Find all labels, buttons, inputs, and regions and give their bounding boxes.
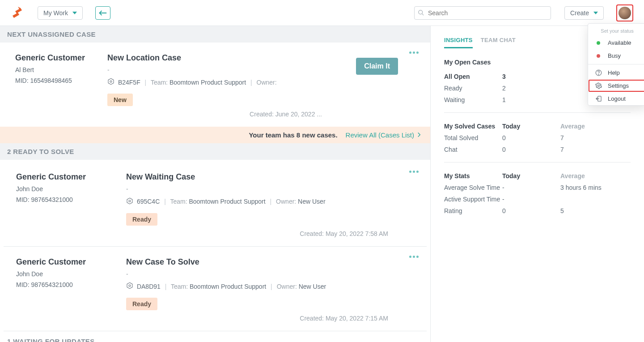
stat-value: 3 [502, 73, 529, 80]
svg-point-8 [129, 285, 131, 286]
status-badge: New [107, 94, 133, 106]
case-subtitle: - [126, 185, 415, 192]
status-badge: Ready [126, 213, 157, 226]
more-actions-button[interactable] [409, 51, 419, 54]
new-cases-alert: Your team has 8 new cases. Review All (C… [0, 127, 430, 143]
svg-marker-5 [127, 198, 132, 204]
section-header-waiting: 1 Waiting For Updates [0, 331, 430, 342]
create-label: Create [570, 9, 589, 17]
stat-value: 7 [560, 146, 619, 153]
my-stats-section: My Stats Today Average Average Solve Tim… [444, 162, 631, 223]
stat-value: 3 hours 6 mins [560, 184, 619, 191]
col-average: Average [560, 172, 619, 180]
team-label: Team: [170, 198, 187, 205]
stat-value: 2 [502, 85, 529, 92]
user-menu-header: Set your status [588, 24, 644, 36]
team-name: Boomtown Product Support [190, 283, 266, 290]
case-card-ready: Generic Customer John Doe MID: 987654321… [0, 247, 430, 331]
tab-team-chat[interactable]: TEAM CHAT [481, 37, 516, 48]
svg-point-4 [110, 81, 112, 82]
case-card-ready: Generic Customer John Doe MID: 987654321… [0, 162, 430, 246]
stat-label: Ready [444, 85, 502, 92]
stat-label: Rating [444, 207, 502, 214]
customer-mid: MID: 165498498465 [15, 77, 103, 84]
menu-help[interactable]: Help [588, 66, 644, 79]
case-meta: DA8D91 | Team: Boomtown Product Support … [126, 281, 415, 292]
stat-value: 5 [560, 207, 619, 214]
avatar [619, 7, 631, 19]
logout-icon [594, 95, 602, 102]
create-dropdown[interactable]: Create [564, 6, 604, 20]
owner-name: New User [299, 283, 326, 290]
hex-icon [126, 282, 133, 292]
main-column: Next Unassigned Case Claim It Generic Cu… [0, 26, 430, 342]
more-actions-button[interactable] [409, 256, 419, 258]
help-icon [594, 69, 602, 76]
stat-label: Chat [444, 146, 502, 153]
created-date: Created: May 20, 2022 7:58 AM [126, 230, 415, 237]
status-dot-icon [594, 41, 602, 45]
customer-name: Generic Customer [15, 53, 103, 63]
hex-icon [107, 77, 114, 88]
status-available[interactable]: Available [588, 36, 644, 49]
tab-insights[interactable]: INSIGHTS [444, 37, 473, 48]
status-badge: Ready [126, 298, 157, 310]
side-panel: INSIGHTS TEAM CHAT My Open Cases All Ope… [430, 26, 644, 342]
search-input[interactable] [414, 6, 551, 20]
more-actions-button[interactable] [409, 171, 419, 173]
stat-value: 7 [560, 134, 619, 141]
case-ref: B24F5F [118, 79, 140, 86]
search-icon [418, 9, 424, 18]
svg-line-2 [422, 13, 424, 15]
user-menu: Set your status Available Busy Help Sett… [588, 23, 644, 106]
chevron-down-icon [72, 12, 77, 14]
case-ref: 695C4C [137, 198, 160, 205]
section-header-ready: 2 Ready To Solve [0, 143, 430, 160]
menu-logout[interactable]: Logout [588, 92, 644, 105]
status-busy[interactable]: Busy [588, 49, 644, 62]
case-meta: B24F5F | Team: Boomtown Product Support … [107, 77, 322, 88]
stat-value: - [502, 196, 560, 203]
section-header-unassigned: Next Unassigned Case [0, 26, 430, 43]
customer-contact: Al Bert [15, 66, 103, 73]
search-field [414, 6, 551, 20]
customer-name: Generic Customer [16, 257, 122, 267]
team-label: Team: [151, 79, 168, 86]
stat-value: - [502, 184, 560, 191]
stat-value: 0 [502, 146, 560, 153]
user-avatar-button[interactable] [616, 4, 633, 21]
menu-settings[interactable]: Settings [588, 79, 644, 92]
chevron-right-icon [417, 131, 421, 139]
svg-point-11 [597, 85, 599, 87]
customer-mid: MID: 987654321000 [16, 281, 122, 288]
owner-label: Owner: [257, 79, 277, 86]
team-name: Boomtown Product Support [189, 198, 265, 205]
solved-cases-section: My Solved Cases Today Average Total Solv… [444, 113, 631, 162]
alert-message: Your team has 8 new cases. [249, 131, 337, 139]
my-work-dropdown[interactable]: My Work [38, 6, 83, 20]
case-subtitle: - [107, 66, 322, 73]
customer-contact: John Doe [16, 185, 122, 192]
case-subtitle: - [126, 270, 415, 278]
stat-value: 0 [502, 134, 560, 141]
customer-name: Generic Customer [16, 172, 122, 182]
case-card-unassigned: Claim It Generic Customer Al Bert MID: 1… [0, 43, 430, 127]
stat-label: Waiting [444, 96, 502, 103]
col-average: Average [560, 123, 619, 130]
case-title: New Waiting Case [126, 172, 415, 182]
claim-button[interactable]: Claim It [356, 58, 398, 75]
team-label: Team: [171, 283, 188, 290]
customer-contact: John Doe [16, 270, 122, 278]
owner-label: Owner: [276, 198, 296, 205]
chevron-down-icon [593, 12, 598, 14]
svg-point-6 [129, 200, 131, 202]
stat-label: All Open [444, 73, 502, 80]
back-button[interactable] [95, 6, 110, 20]
solved-header: My Solved Cases [444, 123, 502, 130]
case-title: New Case To Solve [126, 257, 415, 267]
stat-value: 1 [502, 96, 529, 103]
case-title: New Location Case [107, 53, 322, 63]
review-all-link[interactable]: Review All (Cases List) [346, 131, 421, 139]
col-today: Today [502, 172, 560, 180]
stats-header: My Stats [444, 172, 502, 180]
